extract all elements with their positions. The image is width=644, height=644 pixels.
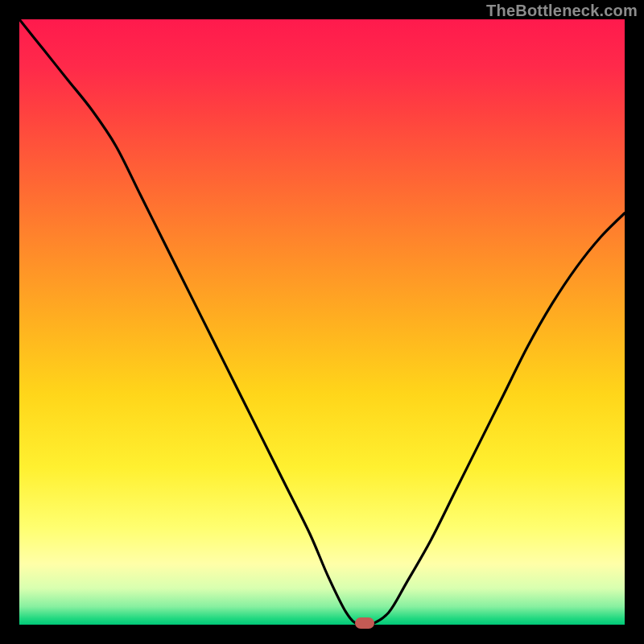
watermark-text: TheBottleneck.com (486, 2, 638, 20)
chart-frame: TheBottleneck.com (0, 0, 644, 644)
bottleneck-curve (19, 19, 625, 625)
optimum-marker (355, 617, 374, 629)
